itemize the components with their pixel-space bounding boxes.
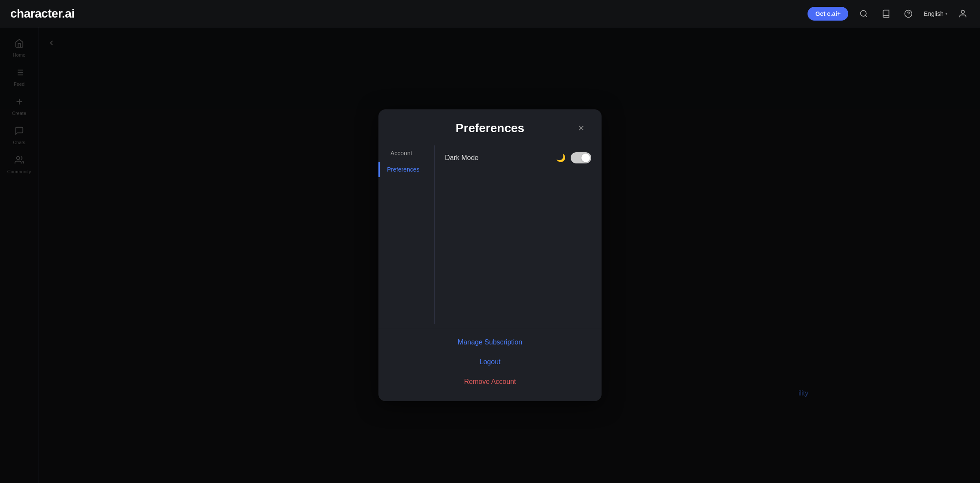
search-icon[interactable]	[857, 7, 871, 21]
dark-mode-row: Dark Mode 🌙	[445, 145, 591, 170]
book-icon[interactable]	[879, 7, 893, 21]
toggle-thumb	[581, 154, 590, 162]
modal-tab-preferences[interactable]: Preferences	[378, 162, 431, 177]
get-cai-button[interactable]: Get c.ai+	[808, 7, 848, 21]
manage-subscription-link[interactable]: Manage Subscription	[392, 337, 588, 348]
help-icon[interactable]	[901, 7, 915, 21]
preferences-modal: Preferences ✕ Account Preferences Dark M…	[378, 109, 602, 401]
moon-icon: 🌙	[556, 153, 566, 163]
modal-title: Preferences	[456, 121, 524, 135]
modal-body: Account Preferences Dark Mode 🌙	[378, 142, 602, 328]
modal-close-button[interactable]: ✕	[574, 121, 588, 135]
modal-sidebar: Account Preferences	[378, 142, 434, 328]
topnav-right: Get c.ai+ English ▾	[808, 7, 970, 21]
topnav: character.ai Get c.ai+ English ▾	[0, 0, 980, 27]
modal-tab-account[interactable]: Account	[382, 145, 431, 161]
logo: character.ai	[10, 7, 808, 21]
dark-mode-toggle[interactable]	[571, 152, 591, 163]
remove-account-link[interactable]: Remove Account	[392, 376, 588, 387]
svg-line-1	[865, 15, 867, 17]
logout-link[interactable]: Logout	[392, 356, 588, 368]
toggle-track	[571, 152, 591, 163]
modal-overlay: Preferences ✕ Account Preferences Dark M…	[0, 27, 980, 483]
modal-content: Dark Mode 🌙	[435, 142, 602, 328]
dark-mode-label: Dark Mode	[445, 154, 551, 162]
user-icon[interactable]	[956, 7, 970, 21]
language-chevron-icon: ▾	[945, 11, 947, 16]
language-label: English	[924, 10, 944, 17]
modal-footer: Manage Subscription Logout Remove Accoun…	[378, 328, 602, 401]
modal-header: Preferences ✕	[378, 109, 602, 142]
svg-point-0	[861, 10, 866, 16]
language-selector[interactable]: English ▾	[924, 10, 947, 17]
svg-point-4	[961, 10, 964, 13]
